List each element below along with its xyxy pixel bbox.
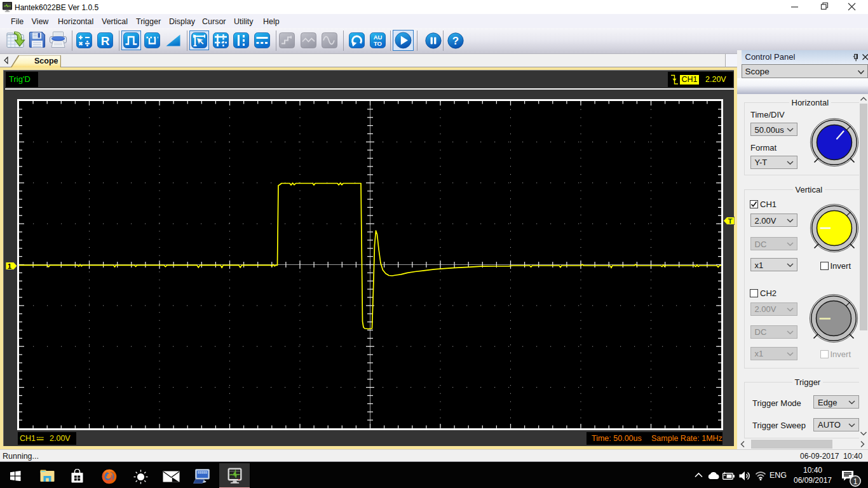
svg-text:TO: TO <box>373 40 381 47</box>
svg-text:?: ? <box>452 35 459 47</box>
svg-text:1: 1 <box>8 262 12 270</box>
svg-text:1: 1 <box>853 477 858 486</box>
svg-text:R: R <box>100 34 109 48</box>
svg-text:T: T <box>728 217 732 225</box>
